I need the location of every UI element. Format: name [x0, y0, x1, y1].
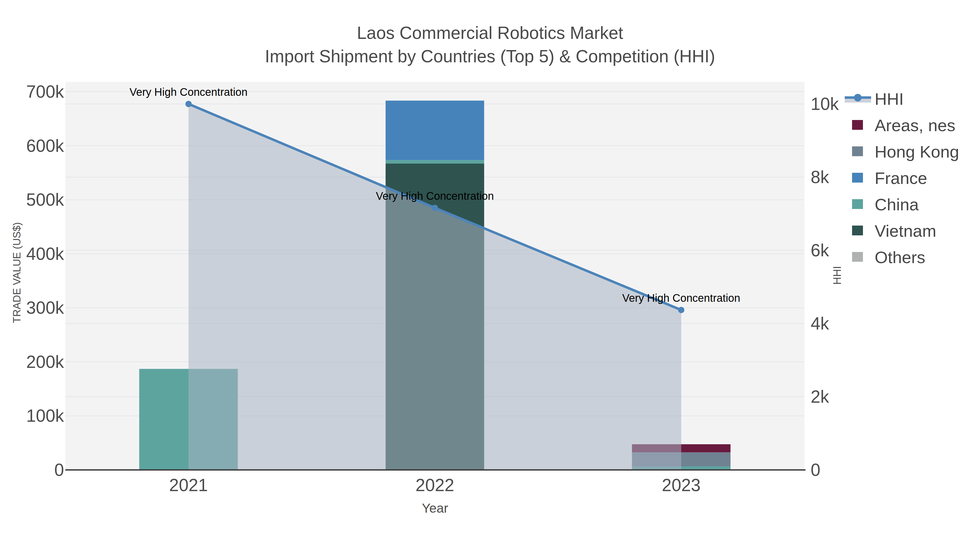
y-left-tick-label: 700k	[4, 82, 64, 102]
legend-swatch	[852, 173, 863, 183]
y-right-tick-label: 8k	[811, 167, 829, 187]
legend-item-vietnam[interactable]: Vietnam	[845, 219, 978, 241]
y-left-tick-label: 100k	[4, 406, 64, 426]
annotation-very-high-concentration: Very High Concentration	[130, 86, 248, 98]
legend-item-others[interactable]: Others	[845, 246, 978, 268]
hhi-marker	[678, 307, 684, 313]
legend-label: HHI	[875, 89, 904, 109]
legend-swatch	[852, 199, 863, 209]
legend-item-china[interactable]: China	[845, 193, 978, 215]
x-tick-label: 2022	[415, 475, 454, 495]
x-axis-title: Year	[422, 501, 449, 516]
hhi-legend-sample	[845, 95, 871, 102]
legend-label: France	[875, 168, 927, 188]
y-right-tick-label: 2k	[811, 387, 829, 407]
y-right-tick-label: 0	[811, 460, 821, 480]
y-left-tick-label: 200k	[4, 352, 64, 372]
legend-swatch	[852, 225, 863, 235]
annotation-very-high-concentration: Very High Concentration	[376, 190, 494, 202]
annotation-very-high-concentration: Very High Concentration	[622, 292, 740, 304]
y-right-axis-title: HHI	[831, 266, 843, 285]
y-right-tick-label: 10k	[811, 94, 839, 114]
legend-label: China	[875, 195, 919, 214]
x-tick-label: 2021	[169, 475, 208, 495]
legend-item-hhi[interactable]: HHI	[845, 87, 978, 110]
y-left-axis-title: TRADE VALUE (US$)	[11, 222, 23, 323]
legend-swatch	[852, 252, 863, 262]
legend-label: Others	[875, 248, 925, 267]
hhi-marker	[185, 101, 192, 107]
chart-figure: Laos Commercial Robotics Market Import S…	[0, 0, 980, 551]
bar-segment-france	[386, 101, 484, 160]
bar-segment-china	[386, 160, 484, 164]
y-left-tick-label: 500k	[4, 190, 64, 210]
y-right-tick-label: 6k	[811, 240, 829, 260]
legend-swatch	[852, 120, 863, 130]
legend-swatch	[852, 146, 863, 156]
legend-label: Hong Kong	[875, 142, 959, 161]
y-left-tick-label: 600k	[4, 136, 64, 156]
hhi-marker	[432, 205, 438, 211]
legend-label: Vietnam	[875, 221, 936, 241]
y-right-tick-label: 4k	[811, 313, 829, 333]
legend-item-areas--nes[interactable]: Areas, nes	[845, 114, 978, 136]
legend-item-hong-kong[interactable]: Hong Kong	[845, 140, 978, 162]
x-tick-label: 2023	[662, 475, 700, 495]
legend-label: Areas, nes	[875, 116, 955, 135]
y-left-tick-label: 0	[4, 460, 64, 480]
legend-item-france[interactable]: France	[845, 167, 978, 189]
